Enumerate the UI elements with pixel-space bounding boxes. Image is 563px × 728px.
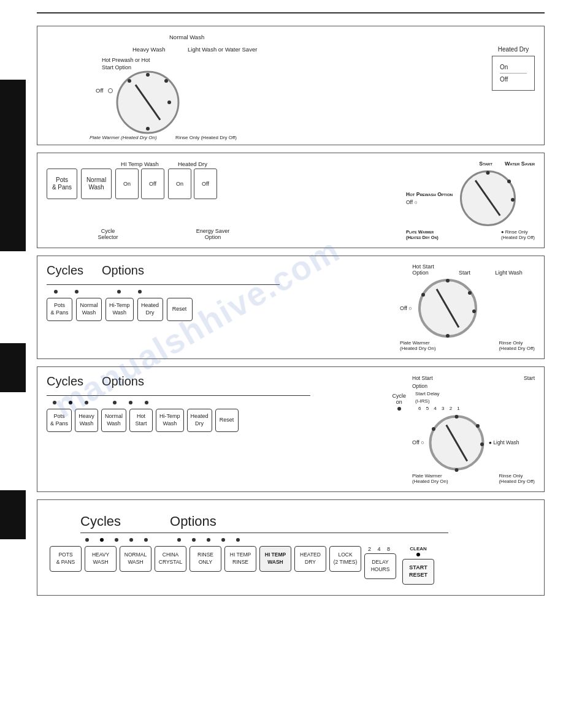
btn-hi-temp-off-2[interactable]: Off <box>141 169 164 199</box>
btn-normal-wash-4[interactable]: NormalWash <box>101 409 126 432</box>
label-hot-start-option-4: Hot StartOption <box>412 374 433 390</box>
dot-4-6 <box>145 401 148 404</box>
btn-heated-dry-3[interactable]: HeatedDry <box>137 298 163 321</box>
svg-point-3 <box>164 79 168 83</box>
btn-delay-hours-5[interactable]: DELAYHOURS <box>364 553 396 579</box>
btn-hot-start-4[interactable]: HotStart <box>129 409 153 432</box>
label-water-saver-2: Water Saver <box>505 161 535 167</box>
svg-point-2 <box>146 73 150 77</box>
btn-heated-dry-on-2[interactable]: On <box>168 169 191 199</box>
options-label-5: Options <box>170 514 216 529</box>
dot-4-1 <box>53 401 56 404</box>
btn-reset-4[interactable]: Reset <box>215 409 239 432</box>
label-clean-5: CLEAN <box>410 546 427 552</box>
heated-dry-on-label: On <box>500 61 527 74</box>
dial-2[interactable] <box>459 169 517 227</box>
dial-4[interactable] <box>427 414 486 472</box>
btn-pots-pans-3[interactable]: Pots& Pans <box>47 298 72 321</box>
label-off-3: Off ○ <box>400 305 412 311</box>
dot-5-5 <box>144 538 148 542</box>
panel-5: Cycles Options POTS& PANS <box>37 499 545 596</box>
btn-hi-temp-wash-4[interactable]: Hi-TempWash <box>156 409 184 432</box>
delay-numbers-5: 2 4 8 <box>368 546 393 552</box>
cycle-on-label-4: Cycleon <box>392 393 406 412</box>
svg-point-16 <box>472 309 476 313</box>
label-light-wash-4: ● Light Wash <box>489 439 519 446</box>
dot-5-6 <box>177 538 181 542</box>
label-start-4: Start <box>524 374 535 390</box>
cycles-label-5: Cycles <box>80 514 121 529</box>
panel-3: Cycles Options Pots& Pans NormalWash Hi-… <box>37 256 545 359</box>
label-heavy-wash: Heavy Wash <box>132 46 166 53</box>
label-plate-warmer-4: Plate Warmer(Heated Dry On) <box>412 473 448 484</box>
panel-2: Pots& Pans NormalWash HI Temp Wash On Of… <box>37 153 545 248</box>
svg-point-22 <box>476 424 480 428</box>
btn-start-reset-5[interactable]: STARTRESET <box>402 559 434 585</box>
dot-3-2 <box>75 290 79 294</box>
label-light-wash: Light Wash or Water Saver <box>188 46 257 53</box>
dial-3[interactable] <box>417 278 478 339</box>
btn-hi-temp-wash-3[interactable]: Hi-TempWash <box>105 298 134 321</box>
label-start-3: Start <box>459 270 470 276</box>
label-start-2: Start <box>479 161 492 167</box>
btn-hi-temp-rinse-5[interactable]: HI TEMPRINSE <box>224 546 256 572</box>
label-normal-wash: Normal Wash <box>169 34 204 40</box>
btn-reset-3[interactable]: Reset <box>167 298 193 321</box>
off-dot-1 <box>108 88 113 93</box>
heated-dry-label-1: Heated Dry <box>492 46 535 53</box>
svg-point-10 <box>507 180 511 183</box>
btn-pots-pans-2[interactable]: Pots& Pans <box>47 169 77 199</box>
dot-5-4 <box>129 538 133 542</box>
label-rinse-only-3: Rinse Only(Heated Dry Off) <box>499 340 535 351</box>
panel-4: Cycles Options Pots& Pans HeavyWash <box>37 366 545 492</box>
options-label-4: Options <box>102 374 144 389</box>
dot-3-1 <box>54 290 58 294</box>
svg-point-21 <box>454 415 458 419</box>
dot-3-3 <box>117 290 121 294</box>
btn-lock-5[interactable]: LOCK(2 TIMES) <box>329 546 361 572</box>
dot-5-7 <box>192 538 196 542</box>
label-light-wash-3: Light Wash <box>495 270 523 276</box>
dot-4-2 <box>69 401 72 404</box>
label-rinse-only-1: Rinse Only (Heated Dry Off) <box>175 135 237 140</box>
dot-5-3 <box>115 538 118 542</box>
svg-point-25 <box>432 427 435 431</box>
label-hot-start-3: Hot StartOption <box>412 264 434 276</box>
svg-point-6 <box>128 79 131 83</box>
btn-heated-dry-4[interactable]: HeatedDry <box>187 409 212 432</box>
btn-heavy-wash-5[interactable]: HEAVYWASH <box>85 546 117 572</box>
btn-normal-wash-3[interactable]: NormalWash <box>76 298 102 321</box>
heated-dry-off-label: Off <box>500 74 527 85</box>
btn-china-crystal-5[interactable]: CHINACRYSTAL <box>155 546 186 572</box>
dot-5-9 <box>221 538 225 542</box>
svg-point-18 <box>421 293 425 297</box>
dial-1[interactable] <box>114 69 182 136</box>
label-plate-warmer-1: Plate Warmer (Heated Dry On) <box>90 135 157 140</box>
btn-normal-wash-5[interactable]: NORMALWASH <box>120 546 151 572</box>
cycles-label-4: Cycles <box>47 374 83 389</box>
panel-1: Normal Wash Heavy Wash Light Wash or Wat… <box>37 26 545 145</box>
btn-heated-dry-off-2[interactable]: Off <box>194 169 217 199</box>
btn-pots-pans-4[interactable]: Pots& Pans <box>47 409 72 432</box>
btn-hi-temp-on-2[interactable]: On <box>115 169 139 199</box>
label-rinse-only-4: Rinse Only(Heated Dry Off) <box>499 473 535 484</box>
heated-dry-box-1: On Off <box>492 56 535 91</box>
dot-4-4 <box>113 401 117 404</box>
cycles-label-3: Cycles <box>47 264 83 278</box>
svg-point-17 <box>446 334 450 338</box>
dot-5-8 <box>207 538 210 542</box>
label-hot-prewash-2: Hot Prewash Option Off ○ <box>406 191 453 207</box>
btn-hi-temp-wash-5[interactable]: HI TEMPWASH <box>259 546 291 572</box>
label-hi-temp-wash-2: HI Temp Wash <box>121 161 159 167</box>
btn-heated-dry-5[interactable]: HEATEDDRY <box>294 546 326 572</box>
svg-point-9 <box>486 171 490 175</box>
btn-heavy-wash-4[interactable]: HeavyWash <box>75 409 98 432</box>
btn-normal-wash-2[interactable]: NormalWash <box>81 169 112 199</box>
dot-5-10 <box>236 538 240 542</box>
options-label-3: Options <box>102 264 144 278</box>
label-off-4: Off ○ <box>412 439 424 446</box>
top-divider <box>37 12 545 13</box>
btn-pots-pans-5[interactable]: POTS& PANS <box>50 546 82 572</box>
btn-rinse-only-5[interactable]: RINSEONLY <box>190 546 221 572</box>
label-off-1: Off <box>96 87 104 94</box>
